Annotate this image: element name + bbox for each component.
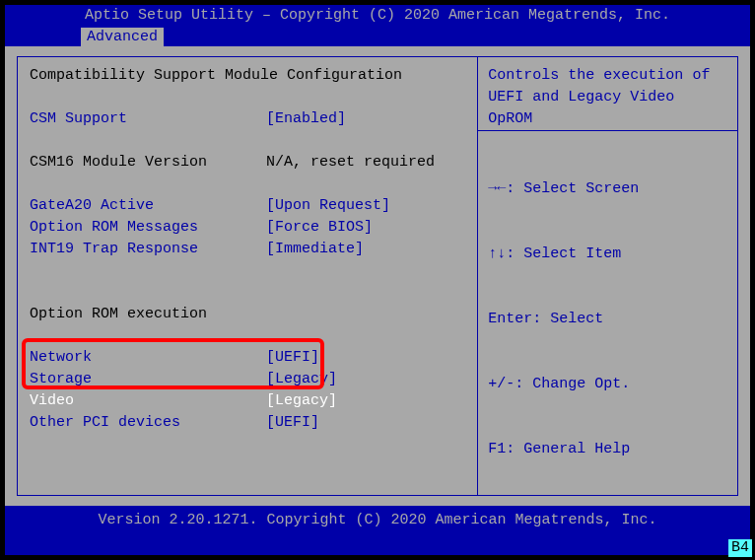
value: [Legacy] bbox=[266, 390, 465, 412]
bios-frame: Aptio Setup Utility – Copyright (C) 2020… bbox=[3, 3, 752, 557]
section-title-text: Compatibility Support Module Configurati… bbox=[30, 65, 402, 87]
setting-csm-support[interactable]: CSM Support [Enabled] bbox=[30, 108, 465, 130]
label: Storage bbox=[30, 369, 266, 390]
setting-csm16-version: CSM16 Module Version N/A, reset required bbox=[30, 152, 465, 174]
corner-badge: B4 bbox=[728, 539, 752, 557]
header-bar: Aptio Setup Utility – Copyright (C) 2020… bbox=[5, 5, 750, 46]
value: [Upon Request] bbox=[266, 195, 465, 217]
tab-advanced[interactable]: Advanced bbox=[80, 27, 165, 46]
footer-text: Version 2.20.1271. Copyright (C) 2020 Am… bbox=[5, 506, 750, 528]
setting-other-pci[interactable]: Other PCI devices [UEFI] bbox=[30, 412, 465, 434]
nav-select-screen: →←: Select Screen bbox=[488, 178, 727, 200]
label: GateA20 Active bbox=[30, 195, 266, 217]
value: [Legacy] bbox=[266, 369, 465, 390]
setting-gatea20[interactable]: GateA20 Active [Upon Request] bbox=[30, 195, 465, 217]
label: CSM16 Module Version bbox=[30, 152, 266, 174]
setting-storage[interactable]: Storage [Legacy] bbox=[30, 369, 465, 390]
value: [Enabled] bbox=[266, 108, 465, 130]
help-text: Controls the execution of UEFI and Legac… bbox=[488, 65, 727, 130]
header-title: Aptio Setup Utility – Copyright (C) 2020… bbox=[5, 6, 750, 25]
help-panel: Controls the execution of UEFI and Legac… bbox=[478, 56, 738, 496]
divider bbox=[478, 130, 737, 131]
label: Network bbox=[30, 347, 266, 369]
label: Other PCI devices bbox=[30, 412, 266, 434]
value: N/A, reset required bbox=[266, 152, 465, 174]
nav-change-opt: +/-: Change Opt. bbox=[488, 374, 727, 395]
subsection-title: Option ROM execution bbox=[30, 304, 465, 325]
setting-network[interactable]: Network [UEFI] bbox=[30, 347, 465, 369]
label: INT19 Trap Response bbox=[30, 239, 266, 260]
value: [UEFI] bbox=[266, 412, 465, 434]
setting-video[interactable]: Video [Legacy] bbox=[30, 390, 465, 412]
nav-f1: F1: General Help bbox=[488, 439, 727, 460]
content-area: Compatibility Support Module Configurati… bbox=[5, 46, 750, 506]
value: [Force BIOS] bbox=[266, 217, 465, 239]
settings-panel: Compatibility Support Module Configurati… bbox=[17, 56, 478, 496]
nav-help: →←: Select Screen ↑↓: Select Item Enter:… bbox=[488, 135, 727, 560]
nav-enter: Enter: Select bbox=[488, 309, 727, 330]
label: Video bbox=[30, 390, 266, 412]
subsection-title-text: Option ROM execution bbox=[30, 304, 207, 325]
section-title: Compatibility Support Module Configurati… bbox=[30, 65, 465, 87]
nav-select-item: ↑↓: Select Item bbox=[488, 244, 727, 265]
value: [Immediate] bbox=[266, 239, 465, 260]
value: [UEFI] bbox=[266, 347, 465, 369]
setting-option-rom-messages[interactable]: Option ROM Messages [Force BIOS] bbox=[30, 217, 465, 239]
label: CSM Support bbox=[30, 108, 266, 130]
setting-int19-trap[interactable]: INT19 Trap Response [Immediate] bbox=[30, 239, 465, 260]
label: Option ROM Messages bbox=[30, 217, 266, 239]
footer-bar: Version 2.20.1271. Copyright (C) 2020 Am… bbox=[5, 506, 750, 555]
